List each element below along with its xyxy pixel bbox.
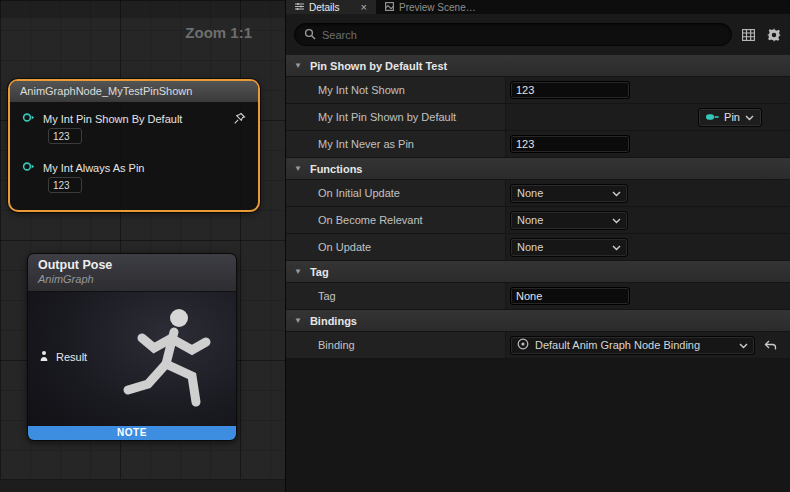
close-tab-icon[interactable]: × [361, 2, 367, 13]
chevron-down-icon [612, 241, 621, 253]
category-title: Functions [310, 163, 363, 175]
graph-pin-label: My Int Pin Shown By Default [43, 113, 182, 125]
chevron-down-icon: ▼ [294, 62, 302, 70]
tab-details[interactable]: Details × [286, 0, 376, 14]
person-icon [38, 350, 50, 364]
property-row-my-int-not-shown: My Int Not Shown [286, 77, 790, 104]
search-icon [304, 28, 316, 42]
pin-visibility-dropdown[interactable]: Pin [698, 108, 762, 127]
category-title: Bindings [310, 315, 357, 327]
property-label: My Int Never as Pin [318, 138, 414, 150]
my-int-never-as-pin-input[interactable] [510, 135, 630, 153]
anim-node-title: AnimGraphNode_MyTestPinShown [20, 85, 192, 97]
category-title: Pin Shown by Default Test [310, 60, 447, 72]
binding-dropdown[interactable]: Default Anim Graph Node Binding [510, 336, 755, 355]
pin-dropdown-label: Pin [724, 111, 740, 123]
property-row-on-update: On Update None [286, 234, 790, 261]
anim-node-header[interactable]: AnimGraphNode_MyTestPinShown [10, 81, 258, 102]
graph-bottom-bar [0, 479, 285, 492]
mannequin-thumbnail [108, 292, 236, 428]
category-tag[interactable]: ▼ Tag [286, 261, 790, 283]
result-pin-label: Result [56, 351, 87, 363]
search-field[interactable] [294, 23, 732, 46]
category-bindings[interactable]: ▼ Bindings [286, 310, 790, 332]
graph-pin-value-input[interactable] [48, 128, 82, 144]
category-pin-shown-by-default-test[interactable]: ▼ Pin Shown by Default Test [286, 55, 790, 77]
thumbtack-icon[interactable] [233, 112, 246, 127]
panel-tab-bar: Details × Preview Scene… [286, 0, 790, 14]
graph-pin-row: My Int Pin Shown By Default [22, 112, 250, 144]
chevron-down-icon [739, 339, 748, 351]
graph-pin-label: My Int Always As Pin [43, 162, 144, 174]
property-row-binding: Binding Default Anim Graph Node Binding [286, 332, 790, 359]
search-input[interactable] [322, 29, 722, 41]
property-row-tag: Tag [286, 283, 790, 310]
tab-details-label: Details [309, 2, 340, 13]
on-initial-update-dropdown[interactable]: None [510, 184, 628, 203]
output-pose-header[interactable]: Output Pose AnimGraph [28, 254, 236, 292]
property-row-my-int-never-as-pin: My Int Never as Pin [286, 131, 790, 158]
tag-input[interactable] [510, 287, 630, 305]
my-int-not-shown-input[interactable] [510, 81, 630, 99]
result-pin[interactable]: Result [38, 350, 87, 364]
property-label: My Int Not Shown [318, 84, 405, 96]
details-tab-icon [295, 2, 304, 13]
dropdown-value: None [517, 187, 543, 199]
property-label: On Become Relevant [318, 214, 423, 226]
view-options-icon[interactable] [740, 29, 757, 41]
anim-graph-node[interactable]: AnimGraphNode_MyTestPinShown My Int Pin … [8, 79, 260, 212]
tab-preview-scene-label: Preview Scene… [399, 2, 476, 13]
anim-node-body: My Int Pin Shown By Default My Int Alway… [10, 102, 258, 210]
category-functions[interactable]: ▼ Functions [286, 158, 790, 180]
property-label: My Int Pin Shown by Default [318, 111, 456, 123]
binding-value: Default Anim Graph Node Binding [535, 339, 700, 351]
details-search-bar [286, 14, 790, 55]
int-pin-icon[interactable] [22, 112, 36, 125]
details-empty-area [286, 359, 790, 492]
property-row-my-int-pin-shown-by-default: My Int Pin Shown by Default Pin [286, 104, 790, 131]
zoom-level: Zoom 1:1 [185, 24, 252, 41]
chevron-down-icon: ▼ [294, 268, 302, 276]
property-label: Binding [318, 339, 355, 351]
preview-scene-tab-icon [385, 2, 394, 13]
note-color-bar: NOTE [28, 426, 236, 440]
animgraph-canvas[interactable]: Zoom 1:1 AnimGraphNode_MyTestPinShown My… [0, 0, 285, 492]
chevron-down-icon: ▼ [294, 317, 302, 325]
on-become-relevant-dropdown[interactable]: None [510, 211, 628, 230]
graph-pin-row: My Int Always As Pin [22, 161, 250, 193]
chevron-down-icon [745, 111, 754, 123]
property-label: Tag [318, 290, 336, 302]
property-row-on-initial-update: On Initial Update None [286, 180, 790, 207]
chevron-down-icon [612, 187, 621, 199]
chevron-down-icon: ▼ [294, 165, 302, 173]
property-label: On Initial Update [318, 187, 400, 199]
graph-top-shade [0, 0, 285, 18]
int-pin-icon[interactable] [22, 161, 36, 174]
output-pose-node[interactable]: Output Pose AnimGraph [27, 253, 237, 441]
output-pose-subtitle: AnimGraph [38, 273, 226, 285]
settings-gear-icon[interactable] [765, 28, 782, 42]
dropdown-value: None [517, 241, 543, 253]
graph-pin-value-input[interactable] [48, 177, 82, 193]
details-panel: Details × Preview Scene… [285, 0, 790, 492]
on-update-dropdown[interactable]: None [510, 238, 628, 257]
tab-preview-scene[interactable]: Preview Scene… [376, 0, 485, 14]
unreal-editor-window: Zoom 1:1 AnimGraphNode_MyTestPinShown My… [0, 0, 790, 492]
property-label: On Update [318, 241, 371, 253]
chevron-down-icon [612, 214, 621, 226]
binding-icon [517, 338, 529, 352]
dropdown-value: None [517, 214, 543, 226]
pin-icon [706, 111, 719, 123]
category-title: Tag [310, 266, 329, 278]
output-pose-title: Output Pose [38, 258, 226, 272]
reset-to-default-icon[interactable] [764, 340, 777, 351]
output-pose-body: Result NOTE [28, 292, 236, 440]
property-row-on-become-relevant: On Become Relevant None [286, 207, 790, 234]
